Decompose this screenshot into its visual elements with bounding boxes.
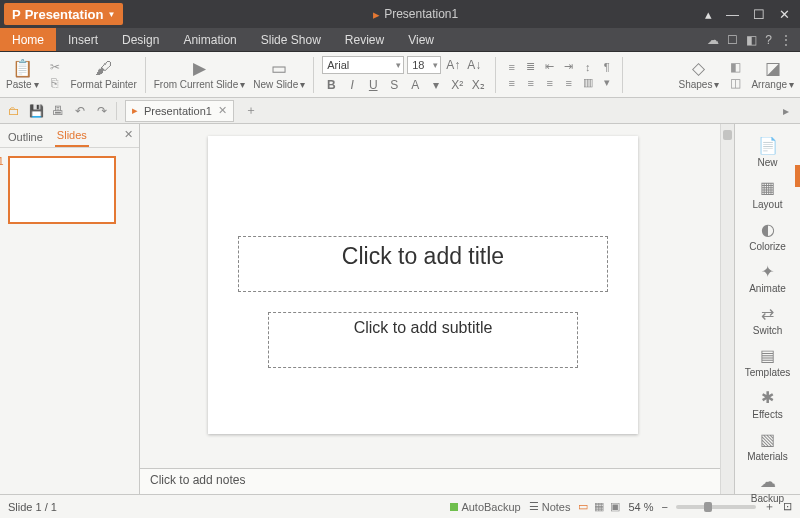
redo-icon[interactable]: ↷ xyxy=(92,101,112,121)
subscript-button[interactable]: X₂ xyxy=(469,76,487,94)
tool-templates[interactable]: ▤Templates xyxy=(738,342,798,382)
panel-handle[interactable] xyxy=(795,165,800,187)
para-more-icon[interactable]: ▾ xyxy=(599,76,614,89)
arrange-icon: ◪ xyxy=(765,60,781,77)
subtitle-placeholder[interactable]: Click to add subtitle xyxy=(268,312,578,368)
app-name: Presentation xyxy=(25,7,104,22)
tool-colorize[interactable]: ◐Colorize xyxy=(738,216,798,256)
separator xyxy=(313,57,314,93)
notes-toggle[interactable]: ☰ Notes xyxy=(529,500,571,513)
arrange-button[interactable]: ◪ Arrange▾ xyxy=(751,53,794,97)
tool-effects[interactable]: ✱Effects xyxy=(738,384,798,424)
maximize-button[interactable]: ☐ xyxy=(753,7,765,22)
bold-button[interactable]: B xyxy=(322,76,340,94)
tool-layout[interactable]: ▦Layout xyxy=(738,174,798,214)
strike-button[interactable]: S xyxy=(385,76,403,94)
align-left-icon[interactable]: ≡ xyxy=(504,76,519,89)
tool-new[interactable]: 📄New xyxy=(738,132,798,172)
zoom-out-button[interactable]: − xyxy=(662,501,668,513)
tab-home[interactable]: Home xyxy=(0,28,56,51)
print-icon[interactable]: 🖶 xyxy=(48,101,68,121)
shapes-button[interactable]: ◇ Shapes▾ xyxy=(679,53,720,97)
app-menu-button[interactable]: P Presentation ▼ xyxy=(4,3,123,25)
view-sorter-icon[interactable]: ▦ xyxy=(594,500,604,513)
vertical-scrollbar[interactable] xyxy=(720,124,734,494)
columns-icon[interactable]: ▥ xyxy=(580,76,595,89)
font-name-combo[interactable]: Arial xyxy=(322,56,404,74)
cloud-icon[interactable]: ☁ xyxy=(707,33,719,47)
underline-button[interactable]: U xyxy=(364,76,382,94)
autobackup-button[interactable]: AutoBackup xyxy=(450,501,520,513)
tool-materials[interactable]: ▧Materials xyxy=(738,426,798,466)
undo-icon[interactable]: ↶ xyxy=(70,101,90,121)
minimize-button[interactable]: — xyxy=(726,7,739,22)
fill-icon[interactable]: ◧ xyxy=(727,60,743,74)
skin-icon[interactable]: ◧ xyxy=(746,33,757,47)
highlight-button[interactable]: ▾ xyxy=(427,76,445,94)
document-tab[interactable]: ▸ Presentation1 ✕ xyxy=(125,100,234,122)
copy-icon[interactable]: ⎘ xyxy=(47,76,63,90)
notes-pane[interactable]: Click to add notes xyxy=(140,468,720,494)
italic-button[interactable]: I xyxy=(343,76,361,94)
numbering-icon[interactable]: ≣ xyxy=(523,60,538,73)
title-placeholder[interactable]: Click to add title xyxy=(238,236,608,292)
close-tab-icon[interactable]: ✕ xyxy=(218,104,227,117)
view-reading-icon[interactable]: ▣ xyxy=(610,500,620,513)
new-tab-button[interactable]: ＋ xyxy=(240,100,262,122)
chevron-down-icon: ▾ xyxy=(300,79,305,90)
save-icon[interactable]: 💾 xyxy=(26,101,46,121)
panel-toggle-icon[interactable]: ▸ xyxy=(776,101,796,121)
layout-icon: ▦ xyxy=(760,178,775,197)
ribbon: 📋 Paste▾ ✂ ⎘ 🖌 Format Painter ▶ From Cur… xyxy=(0,52,800,98)
right-toolbar: 📄New ▦Layout ◐Colorize ✦Animate ⇄Switch … xyxy=(734,124,800,494)
tab-design[interactable]: Design xyxy=(110,28,171,51)
text-direction-icon[interactable]: ¶ xyxy=(599,60,614,73)
shrink-font-icon[interactable]: A↓ xyxy=(465,56,483,74)
tab-view[interactable]: View xyxy=(396,28,446,51)
rollup-button[interactable]: ▴ xyxy=(705,7,712,22)
new-slide-icon: ▭ xyxy=(271,60,287,77)
tab-insert[interactable]: Insert xyxy=(56,28,110,51)
grow-font-icon[interactable]: A↑ xyxy=(444,56,462,74)
cut-icon[interactable]: ✂ xyxy=(47,60,63,74)
open-icon[interactable]: 🗀 xyxy=(4,101,24,121)
format-painter-button[interactable]: 🖌 Format Painter xyxy=(71,53,137,97)
tab-slide-show[interactable]: Slide Show xyxy=(249,28,333,51)
tool-switch[interactable]: ⇄Switch xyxy=(738,300,798,340)
close-button[interactable]: ✕ xyxy=(779,7,790,22)
decrease-indent-icon[interactable]: ⇤ xyxy=(542,60,557,73)
from-current-label: From Current Slide xyxy=(154,79,238,90)
close-panel-icon[interactable]: ✕ xyxy=(124,128,133,141)
align-justify-icon[interactable]: ≡ xyxy=(561,76,576,89)
font-color-button[interactable]: A xyxy=(406,76,424,94)
align-center-icon[interactable]: ≡ xyxy=(523,76,538,89)
overflow-icon[interactable]: ⋮ xyxy=(780,33,792,47)
increase-indent-icon[interactable]: ⇥ xyxy=(561,60,576,73)
help-icon[interactable]: ? xyxy=(765,33,772,47)
align-right-icon[interactable]: ≡ xyxy=(542,76,557,89)
font-size-combo[interactable]: 18 xyxy=(407,56,441,74)
bullets-icon[interactable]: ≡ xyxy=(504,60,519,73)
slide-thumbnail[interactable]: 1 xyxy=(8,156,116,224)
slide[interactable]: Click to add title Click to add subtitle xyxy=(208,136,638,434)
outline-tab[interactable]: Outline xyxy=(6,127,45,147)
outline-icon[interactable]: ◫ xyxy=(727,76,743,90)
from-current-slide-button[interactable]: ▶ From Current Slide▾ xyxy=(154,53,245,97)
zoom-in-button[interactable]: ＋ xyxy=(764,499,775,514)
view-normal-icon[interactable]: ▭ xyxy=(578,500,588,513)
slides-tab[interactable]: Slides xyxy=(55,125,89,147)
new-slide-button[interactable]: ▭ New Slide▾ xyxy=(253,53,305,97)
status-indicator-icon xyxy=(450,503,458,511)
tool-animate[interactable]: ✦Animate xyxy=(738,258,798,298)
quick-access-bar: 🗀 💾 🖶 ↶ ↷ ▸ Presentation1 ✕ ＋ ▸ xyxy=(0,98,800,124)
superscript-button[interactable]: X² xyxy=(448,76,466,94)
zoom-slider[interactable] xyxy=(676,505,756,509)
animate-icon: ✦ xyxy=(761,262,774,281)
paste-button[interactable]: 📋 Paste▾ xyxy=(6,53,39,97)
line-spacing-icon[interactable]: ↕ xyxy=(580,60,595,73)
doc-tab-label: Presentation1 xyxy=(144,105,212,117)
window-mode-icon[interactable]: ☐ xyxy=(727,33,738,47)
tab-animation[interactable]: Animation xyxy=(171,28,248,51)
fit-button[interactable]: ⊡ xyxy=(783,500,792,513)
tab-review[interactable]: Review xyxy=(333,28,396,51)
